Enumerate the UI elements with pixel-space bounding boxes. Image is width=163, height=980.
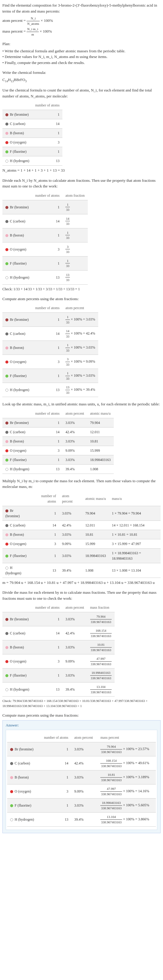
- table-cell: 133 × 100% = 3.03%: [62, 313, 98, 327]
- fraction: 47.997338.967403163: [100, 786, 122, 796]
- element-color-dot: [5, 449, 8, 452]
- check-body: 79.904/338.967403163 + 168.154/338.96740…: [2, 699, 147, 708]
- divide-heading: Divide each N_i by N_atoms to calculate …: [2, 178, 161, 189]
- table-cell: 3: [32, 446, 62, 455]
- table-cell: 3.03%: [62, 436, 87, 446]
- table-cell: H (hydrogen): [2, 270, 32, 284]
- plan-section: Plan: Write the chemical formula and gat…: [2, 41, 161, 65]
- mass-fraction-table: number of atoms atom percent mass fracti…: [2, 603, 115, 697]
- table-row: C (carbon)141433: [2, 214, 88, 228]
- table-cell: 1433: [62, 214, 87, 228]
- mass-percent-fraction: N_i m_i m: [27, 27, 38, 37]
- element-label: B (boron): [10, 233, 24, 237]
- element-color-dot: [10, 762, 13, 765]
- table-row: Br (bromine)13.03%79.904: [2, 418, 114, 427]
- table-row: B (boron)13.03%10.81338.967403163: [2, 640, 115, 654]
- table-cell: O (oxygen): [2, 355, 32, 369]
- table-cell: 14 × 12.011 = 168.154: [109, 520, 161, 530]
- element-label: Br (bromine): [10, 112, 28, 116]
- table-cell: 3.03%: [62, 418, 87, 427]
- col-atom-percent: atom percent: [62, 304, 98, 313]
- count-section: Use the chemical formula to count the nu…: [2, 87, 161, 173]
- atom-count-table: number of atoms Br (bromine)1C (carbon)1…: [2, 101, 62, 165]
- table-row: O (oxygen)3: [2, 138, 62, 147]
- table-cell: 42.4%: [71, 756, 98, 770]
- table-row: C (carbon)1442.4%12.011: [2, 427, 114, 436]
- table-header-row: number of atoms atom percent: [2, 304, 98, 313]
- table-cell: O (oxygen): [2, 446, 32, 455]
- fraction: 47.997338.967403163: [90, 656, 112, 667]
- table-cell: 3: [39, 784, 71, 799]
- element-color-dot: [5, 375, 8, 378]
- fraction: 168.154338.967403163: [100, 758, 122, 768]
- table-row: C (carbon)141433 × 100% = 42.4%: [2, 327, 98, 341]
- table-cell: 1: [32, 612, 62, 626]
- table-cell: 9.09%: [59, 539, 82, 548]
- table-cell: 333 × 100% = 9.09%: [62, 355, 98, 369]
- element-label: F (fluorine): [14, 803, 31, 808]
- table-cell: Br (bromine): [2, 110, 32, 119]
- table-cell: 3.03%: [62, 612, 87, 626]
- table-cell: 12.011: [87, 427, 114, 436]
- table-cell: 1333: [62, 270, 87, 284]
- table-cell: 3.03%: [71, 742, 98, 756]
- formula-sub: 13: [11, 79, 14, 83]
- table-row: Br (bromine)13.03%79.904338.967403163 × …: [7, 742, 156, 756]
- table-cell: B (boron): [7, 770, 39, 784]
- table-cell: 13: [32, 682, 62, 697]
- table-cell: 3.03%: [62, 668, 87, 682]
- table-cell: 18.998403163: [87, 455, 114, 464]
- fraction: 18.998403163338.967403163: [90, 670, 112, 681]
- answer-box: Answer: number of atoms atom percent mas…: [2, 720, 161, 834]
- table-cell: 10.81338.967403163: [87, 640, 115, 654]
- col-atom-percent: atom percent: [59, 492, 82, 506]
- intro-section: Find the elemental composition for 3-bro…: [2, 2, 161, 37]
- check-sum-1: Check: 1/33 + 14/33 + 1/33 + 3/33 + 1/33…: [2, 286, 161, 292]
- table-row: B (boron)1: [2, 129, 62, 138]
- table-cell: 1: [32, 313, 62, 327]
- fraction: 13.104338.967403163: [100, 815, 122, 824]
- table-row: C (carbon)1442.4%12.01114 × 12.011 = 168…: [2, 520, 161, 530]
- plan-item: Determine values for N_i, m_i, N_atoms a…: [2, 54, 161, 60]
- table-cell: 3: [32, 654, 62, 668]
- table-cell: F (fluorine): [2, 256, 32, 270]
- fraction: 133: [65, 258, 70, 269]
- fraction: 1333: [65, 272, 70, 283]
- element-color-dot: [5, 141, 8, 144]
- table-row: O (oxygen)39.09%47.997338.967403163 × 10…: [7, 784, 156, 799]
- table-cell: 1: [32, 256, 62, 270]
- table-cell: 79.904338.967403163 × 100% = 23.57%: [97, 742, 156, 756]
- table-row: H (hydrogen)1339.4%13.104338.967403163 ×…: [7, 813, 156, 827]
- table-cell: 15.999: [87, 446, 114, 455]
- table-cell: O (oxygen): [2, 539, 31, 548]
- col-atomic-mass: atomic mass/u: [87, 409, 114, 418]
- element-label: B (boron): [10, 533, 24, 537]
- element-label: O (oxygen): [10, 360, 26, 364]
- element-color-dot: [5, 468, 8, 471]
- element-color-dot: [5, 389, 8, 391]
- table-cell: 1 × 79.904 = 79.904: [109, 506, 161, 520]
- answer-inner: number of atoms atom percent mass percen…: [6, 730, 157, 830]
- table-cell: F (fluorine): [2, 455, 32, 464]
- table-cell: 3: [31, 539, 59, 548]
- table-header-row: number of atoms: [2, 101, 62, 110]
- table-row: C (carbon)1442.4%168.154338.967403163 × …: [7, 756, 156, 770]
- table-cell: O (oxygen): [7, 784, 39, 799]
- table-cell: 79.904: [82, 506, 109, 520]
- mass-percent-label: mass percent =: [2, 29, 26, 33]
- table-header-row: number of atoms atom percent atomic mass…: [2, 492, 161, 506]
- table-cell: 1 × 18.998403163 = 18.998403163: [109, 548, 161, 563]
- col-atomic-mass: atomic mass/u: [82, 492, 109, 506]
- element-label: O (oxygen): [10, 659, 26, 663]
- col-num-atoms: number of atoms: [32, 304, 62, 313]
- element-color-dot: [10, 776, 13, 779]
- element-label: C (carbon): [10, 219, 25, 223]
- table-cell: 1: [32, 341, 62, 355]
- mass-percent-heading: Compute mass percents using the mass fra…: [2, 713, 161, 718]
- table-row: O (oxygen)3333: [2, 242, 88, 256]
- element-color-dot: [5, 332, 8, 336]
- table-row: Br (bromine)13.03%79.9041 × 79.904 = 79.…: [2, 506, 161, 520]
- element-color-dot: [5, 150, 8, 153]
- table-cell: 3 × 15.999 = 47.997: [109, 539, 161, 548]
- fraction: 13.104338.967403163: [90, 684, 112, 695]
